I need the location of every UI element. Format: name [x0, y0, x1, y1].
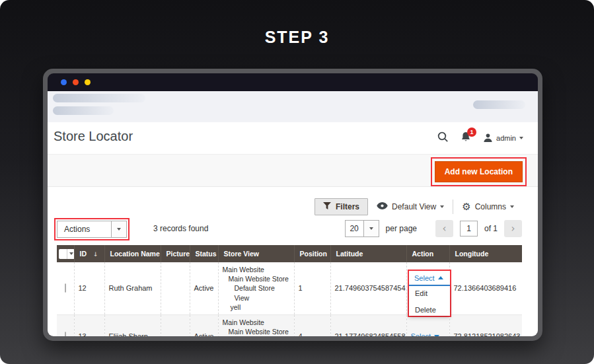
cell-position: 1	[294, 262, 330, 314]
cell-latitude: 21.177496824854558	[330, 314, 406, 336]
default-view-button[interactable]: Default View	[377, 202, 444, 211]
checkbox-box	[59, 249, 67, 259]
checkbox-caret[interactable]	[67, 252, 74, 255]
select-label: Select	[411, 332, 431, 336]
store-view-line: yell	[223, 303, 290, 312]
default-view-label: Default View	[392, 202, 436, 211]
columns-button[interactable]: ⚙ Columns	[462, 202, 514, 212]
table-row: 12 Ruth Graham Active Main Website Main …	[57, 262, 522, 314]
column-label: ID	[80, 250, 87, 258]
user-icon	[483, 133, 493, 144]
admin-page: Store Locator 1 a	[48, 91, 538, 336]
row-checkbox[interactable]	[65, 283, 66, 293]
admin-nav-skeleton	[48, 91, 538, 122]
locations-table: ID↓ Location Name Picture Status Store V…	[57, 245, 522, 336]
select-all-header	[57, 245, 74, 262]
actions-select-value: Actions	[57, 221, 111, 237]
records-found-text: 3 records found	[153, 218, 208, 239]
cell-store-view: Main Website Main Website Store Default …	[218, 262, 294, 314]
column-header-id[interactable]: ID↓	[74, 245, 104, 262]
window-dot-red[interactable]	[73, 79, 79, 85]
cell-status: Active	[190, 314, 218, 336]
column-header-position[interactable]: Position	[294, 245, 330, 262]
chevron-down-icon	[519, 137, 523, 139]
row-checkbox[interactable]	[65, 332, 66, 336]
action-dropdown-menu: Edit Delete	[409, 285, 450, 316]
eye-icon	[377, 202, 388, 211]
grid-toolbar: Filters Default View ⚙ Columns	[315, 198, 514, 216]
page-size-select[interactable]: 20	[345, 220, 379, 237]
add-new-location-button[interactable]: Add new Location	[435, 161, 523, 182]
window-titlebar	[48, 73, 538, 91]
column-header-store-view[interactable]: Store View	[218, 245, 294, 262]
highlight-add-location: Add new Location	[431, 157, 527, 186]
notification-badge: 1	[467, 127, 476, 137]
cell-id: 13	[74, 314, 104, 336]
page-input[interactable]	[460, 221, 478, 237]
page-total-label: of 1	[484, 224, 498, 233]
admin-menu[interactable]: admin	[483, 133, 523, 144]
page-size-value: 20	[346, 221, 363, 237]
chevron-down-icon	[510, 205, 514, 208]
search-icon[interactable]	[437, 131, 449, 145]
tutorial-card: STEP 3 Store Locator	[0, 0, 594, 364]
chevron-up-icon	[438, 276, 443, 279]
page-title: Store Locator	[54, 129, 133, 144]
filters-label: Filters	[336, 202, 359, 211]
cell-position: 4	[294, 314, 330, 336]
pagination: 20 per page ‹ of 1 ›	[345, 218, 522, 239]
skeleton-bar	[473, 100, 525, 109]
actions-select-caret[interactable]	[111, 221, 126, 237]
filters-button[interactable]: Filters	[315, 198, 368, 215]
page-header: Store Locator 1 a	[48, 122, 538, 154]
next-page-button[interactable]: ›	[504, 220, 522, 237]
sort-descending-icon: ↓	[93, 251, 98, 258]
select-label: Select	[414, 274, 435, 282]
prev-page-button[interactable]: ‹	[435, 220, 453, 237]
cell-longitude: 72.81218521082643	[449, 314, 522, 336]
header-actions: 1 admin	[437, 122, 523, 154]
select-action-link-open[interactable]: Select	[409, 271, 450, 285]
column-header-latitude[interactable]: Latitude	[330, 245, 406, 262]
skeleton-bar	[53, 106, 114, 115]
filter-funnel-icon	[323, 202, 331, 211]
store-view-line: Default Store View	[223, 283, 290, 302]
window-dot-blue[interactable]	[61, 79, 67, 85]
column-header-name[interactable]: Location Name	[104, 245, 161, 262]
column-header-longitude[interactable]: Longitude	[449, 245, 522, 262]
chevron-down-icon	[369, 227, 373, 230]
toolbar-divider	[453, 200, 453, 214]
cell-id: 12	[74, 262, 104, 314]
gear-icon: ⚙	[462, 202, 470, 212]
window-dot-yellow[interactable]	[85, 79, 91, 85]
select-all-checkbox[interactable]	[59, 249, 74, 259]
highlight-actions-select: Actions	[54, 218, 130, 240]
store-view-line: Main Website	[223, 318, 290, 327]
per-page-label: per page	[386, 224, 417, 233]
menu-item-edit[interactable]: Edit	[409, 286, 450, 301]
select-action-link[interactable]: Select	[411, 332, 445, 336]
column-header-picture[interactable]: Picture	[161, 245, 190, 262]
column-header-status[interactable]: Status	[190, 245, 218, 262]
actions-select[interactable]: Actions	[57, 221, 127, 238]
table-header-row: ID↓ Location Name Picture Status Store V…	[57, 245, 522, 262]
cell-store-view: Main Website Main Website Store Default …	[218, 314, 294, 336]
step-title: STEP 3	[0, 28, 594, 47]
cell-latitude: 21.749603754587454	[330, 262, 406, 314]
page-size-caret[interactable]	[363, 221, 379, 237]
cell-status: Active	[190, 262, 218, 314]
table-row: 13 Elijah Sharp Active Main Website Main…	[57, 314, 522, 336]
store-view-line: Main Website Store	[223, 327, 290, 336]
cell-action: Select	[406, 314, 449, 336]
chevron-down-icon	[434, 335, 439, 336]
notifications-button[interactable]: 1	[461, 131, 471, 145]
cell-longitude: 72.1366403689416	[449, 262, 522, 314]
cell-location-name: Elijah Sharp	[104, 314, 161, 336]
highlight-action-menu: Select Edit Delete	[408, 270, 451, 317]
menu-item-delete[interactable]: Delete	[409, 303, 450, 317]
column-header-action[interactable]: Action	[406, 245, 449, 262]
chevron-down-icon	[440, 205, 444, 208]
browser-window: Store Locator 1 a	[43, 69, 542, 341]
cell-location-name: Ruth Graham	[104, 262, 161, 314]
action-band: Add new Location	[48, 154, 538, 187]
